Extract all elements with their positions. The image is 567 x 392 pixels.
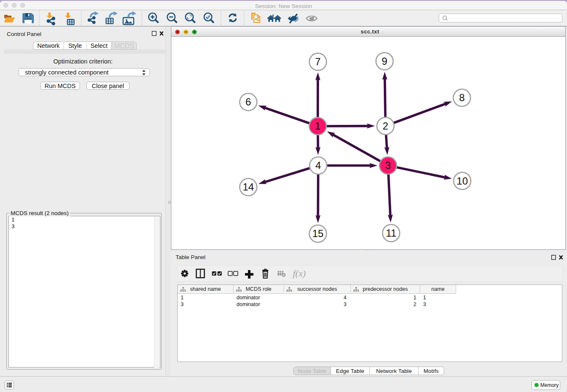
- svg-text:Memory: Memory: [540, 382, 559, 388]
- svg-text:1: 1: [315, 120, 320, 132]
- svg-text:2: 2: [383, 120, 388, 131]
- svg-text:4: 4: [315, 160, 321, 171]
- svg-text:f(x): f(x): [293, 268, 306, 279]
- svg-text:7: 7: [315, 56, 320, 67]
- svg-text:3: 3: [385, 160, 391, 171]
- svg-text:6: 6: [245, 96, 251, 108]
- svg-text:10: 10: [457, 175, 468, 186]
- svg-text:9: 9: [382, 55, 387, 66]
- svg-text:11: 11: [385, 227, 396, 238]
- svg-text:14: 14: [242, 181, 254, 193]
- svg-text:15: 15: [312, 228, 323, 239]
- svg-text:8: 8: [459, 92, 464, 103]
